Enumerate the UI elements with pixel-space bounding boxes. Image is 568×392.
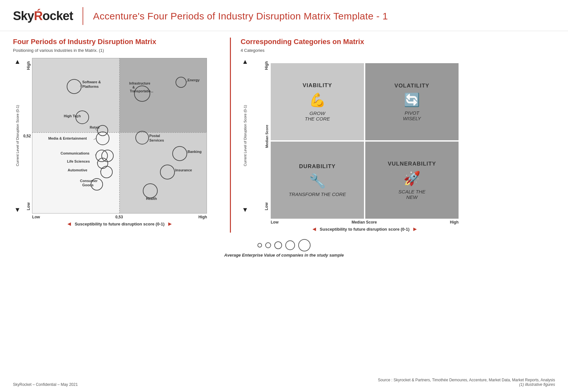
right-y-high: High bbox=[264, 61, 269, 70]
svg-text:Transportatio...: Transportatio... bbox=[130, 89, 153, 93]
right-subtitle: 4 Categories bbox=[241, 48, 555, 53]
legend-circle-3 bbox=[274, 241, 282, 249]
svg-text:Banking: Banking bbox=[187, 150, 201, 154]
svg-text:Life Sciences: Life Sciences bbox=[67, 159, 90, 163]
footer: SkyRocket – Confidential – May 2021 Sour… bbox=[13, 378, 555, 387]
svg-text:Services: Services bbox=[149, 138, 164, 142]
logo: SkyŔocket bbox=[13, 9, 73, 23]
svg-text:High Tech: High Tech bbox=[64, 114, 81, 118]
quadrant-grid: VIABILITY 💪 GROWTHE CORE VOLATILITY 🔄 PI… bbox=[271, 63, 459, 219]
y-arrow-up-left: ▲ bbox=[14, 58, 21, 65]
right-x-arrow-right: ► bbox=[412, 226, 418, 233]
svg-text:Goods: Goods bbox=[82, 183, 94, 187]
svg-rect-1 bbox=[119, 58, 207, 133]
y-label-low: Low bbox=[26, 202, 31, 210]
y-arrow-up-right: ▲ bbox=[242, 58, 248, 65]
legend-circle-4 bbox=[285, 240, 295, 250]
right-x-median: Median Score bbox=[352, 220, 377, 225]
volatility-emoji: 🔄 bbox=[404, 92, 420, 108]
right-panel: Corresponding Categories on Matrix 4 Cat… bbox=[241, 38, 555, 233]
legend-caption: Average Enterprise Value of companies in… bbox=[224, 253, 344, 258]
svg-rect-0 bbox=[32, 58, 119, 133]
durability-title: DURABILITY bbox=[299, 163, 336, 170]
x-label-low: Low bbox=[32, 215, 40, 219]
page-title: Accenture's Four Periods of Industry Dis… bbox=[93, 11, 388, 22]
volatility-title: VOLATILITY bbox=[394, 83, 429, 89]
y-arrow-down-left: ▼ bbox=[14, 206, 21, 213]
header-divider bbox=[83, 7, 83, 25]
center-divider bbox=[230, 38, 231, 233]
svg-text:Consumer: Consumer bbox=[80, 179, 98, 183]
svg-text:Platforms: Platforms bbox=[82, 85, 99, 88]
right-section-title: Corresponding Categories on Matrix bbox=[241, 38, 555, 46]
quadrant-viability: VIABILITY 💪 GROWTHE CORE bbox=[271, 63, 364, 140]
scatter-chart: Software & Platforms Infrastructure & Tr… bbox=[32, 58, 207, 213]
svg-text:Postal: Postal bbox=[149, 134, 160, 138]
x-label-053: 0,53 bbox=[115, 215, 123, 219]
left-subtitle: Positioning of various Industries in the… bbox=[13, 48, 220, 53]
legend-circle-1 bbox=[257, 243, 262, 248]
x-axis-label-left: Susceptibility to future disruption scor… bbox=[75, 222, 165, 226]
vulnerability-action: SCALE THENEW bbox=[398, 189, 425, 200]
vulnerability-emoji: 🚀 bbox=[403, 170, 420, 186]
legend: Average Enterprise Value of companies in… bbox=[0, 239, 568, 258]
quadrant-volatility: VOLATILITY 🔄 PIVOTWISELY bbox=[365, 63, 459, 140]
y-label-high: High bbox=[26, 61, 31, 70]
main-content: Four Periods of Industry Disruption Matr… bbox=[0, 31, 568, 236]
svg-text:Software &: Software & bbox=[82, 80, 101, 84]
legend-circle-5 bbox=[298, 239, 311, 251]
svg-text:&: & bbox=[132, 86, 135, 89]
svg-text:Energy: Energy bbox=[187, 78, 200, 82]
svg-text:Communications: Communications bbox=[61, 151, 89, 155]
svg-text:Automotive: Automotive bbox=[68, 168, 87, 172]
viability-emoji: 💪 bbox=[309, 92, 326, 108]
durability-action: TRANSFORM THE CORE bbox=[289, 191, 346, 197]
vulnerability-title: VULNERABILITY bbox=[388, 161, 436, 167]
quadrant-vulnerability: VULNERABILITY 🚀 SCALE THENEW bbox=[365, 142, 459, 219]
svg-rect-3 bbox=[119, 133, 207, 213]
left-section-title: Four Periods of Industry Disruption Matr… bbox=[13, 38, 220, 46]
x-label-high: High bbox=[199, 215, 207, 219]
footer-note: (1) illustrative figures bbox=[378, 382, 555, 387]
right-x-axis-label: Susceptibility to future disruption scor… bbox=[320, 227, 409, 232]
x-arrow-left: ◄ bbox=[66, 221, 72, 227]
y-axis-label-right: Current Level of Disruption Score (0-1) bbox=[243, 65, 247, 206]
y-axis-label-left: Current Level of Disruption Score (0-1) bbox=[16, 65, 19, 206]
right-x-low: Low bbox=[271, 220, 278, 225]
page-header: SkyŔocket Accenture's Four Periods of I… bbox=[0, 0, 568, 31]
logo-accent: Ŕ bbox=[34, 9, 42, 23]
viability-title: VIABILITY bbox=[302, 82, 332, 89]
volatility-action: PIVOTWISELY bbox=[403, 110, 421, 121]
x-arrow-right: ► bbox=[167, 221, 173, 227]
legend-circles bbox=[257, 239, 311, 251]
svg-text:Infrastructure: Infrastructure bbox=[129, 82, 150, 85]
legend-circle-2 bbox=[265, 242, 271, 248]
footer-right: Source : Skyrocket & Partners, Timothée … bbox=[378, 378, 555, 387]
quadrant-durability: DURABILITY 🔧 TRANSFORM THE CORE bbox=[271, 142, 364, 219]
footer-source: Source : Skyrocket & Partners, Timothée … bbox=[378, 378, 555, 382]
right-y-low: Low bbox=[264, 202, 269, 210]
right-y-median: Median Score bbox=[265, 125, 269, 148]
durability-emoji: 🔧 bbox=[309, 173, 326, 189]
svg-text:Retail: Retail bbox=[90, 125, 99, 129]
right-x-arrow-left: ◄ bbox=[311, 226, 317, 233]
svg-text:Insurance: Insurance bbox=[175, 168, 192, 172]
y-label-052: 0,52 bbox=[23, 134, 31, 138]
svg-text:Media & Entertainment: Media & Entertainment bbox=[48, 136, 87, 140]
right-x-high: High bbox=[450, 220, 459, 225]
y-arrow-down-right: ▼ bbox=[242, 206, 248, 213]
footer-left: SkyRocket – Confidential – May 2021 bbox=[13, 382, 78, 387]
viability-action: GROWTHE CORE bbox=[305, 110, 330, 121]
left-panel: Four Periods of Industry Disruption Matr… bbox=[13, 38, 220, 233]
svg-rect-2 bbox=[32, 133, 119, 213]
